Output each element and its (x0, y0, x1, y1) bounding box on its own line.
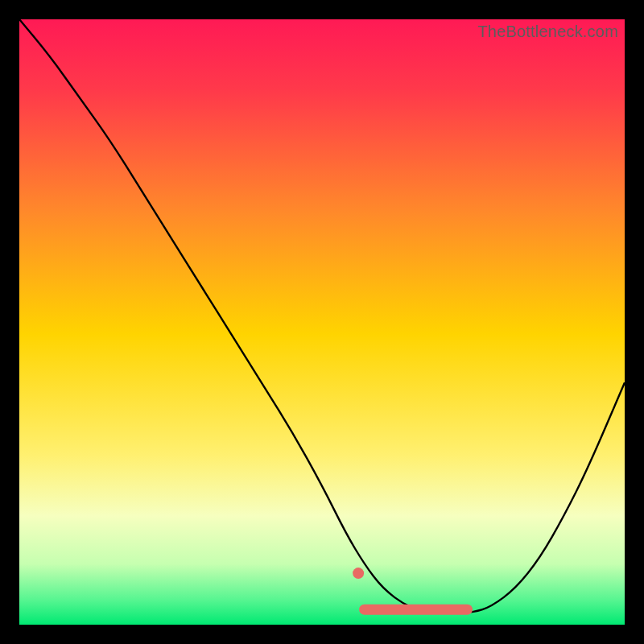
chart-frame: TheBottleneck.com (0, 0, 644, 644)
plot-area: TheBottleneck.com (19, 19, 625, 625)
bottleneck-curve (19, 19, 625, 613)
watermark-text: TheBottleneck.com (477, 23, 618, 41)
chart-overlay (19, 19, 625, 625)
optimal-range-dot (353, 568, 364, 579)
